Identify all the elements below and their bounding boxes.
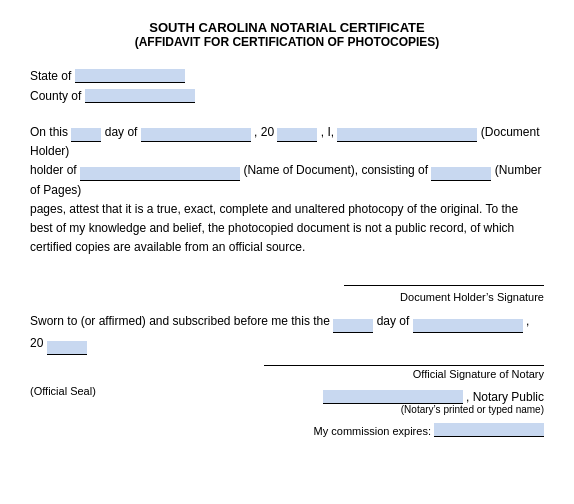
state-label: State of (30, 69, 71, 83)
sworn-month-field[interactable] (413, 319, 523, 333)
state-field[interactable] (75, 69, 185, 83)
notary-public-field[interactable] (323, 390, 463, 404)
doc-holder-sig-line (344, 285, 544, 286)
document-name-field[interactable] (80, 167, 240, 181)
title-section: SOUTH CAROLINA NOTARIAL CERTIFICATE (AFF… (30, 20, 544, 49)
notary-printed-label: (Notary’s printed or typed name) (264, 404, 544, 415)
official-seal: (Official Seal) (30, 385, 96, 397)
official-seal-label: (Official Seal) (30, 385, 96, 397)
paragraph-section: On this day of , 20 , I, (Document Holde… (30, 123, 544, 257)
state-county-section: State of County of (30, 69, 544, 103)
doc-holder-sig-block: Document Holder’s Signature (30, 277, 544, 303)
notary-public-row: , Notary Public (264, 390, 544, 404)
on-this-label: On this (30, 125, 68, 139)
month-field[interactable] (141, 128, 251, 142)
name-of-doc-label: (Name of Document), consisting of (243, 163, 428, 177)
year-field[interactable] (277, 128, 317, 142)
day-of-label: day of (105, 125, 138, 139)
commission-label: My commission expires: (314, 425, 431, 437)
day-field[interactable] (71, 128, 101, 142)
county-row: County of (30, 89, 544, 103)
comma-20-label: , 20 (254, 125, 274, 139)
commission-row: My commission expires: (30, 423, 544, 437)
official-sig-line (264, 365, 544, 366)
num-pages-field[interactable] (431, 167, 491, 181)
holder-of-label: holder of (30, 163, 77, 177)
doc-holder-sig-section: Document Holder’s Signature (30, 277, 544, 303)
state-row: State of (30, 69, 544, 83)
bottom-section: Official Signature of Notary , Notary Pu… (30, 365, 544, 415)
doc-holder-sig-label: Document Holder’s Signature (30, 291, 544, 303)
sub-title: (AFFIDAVIT FOR CERTIFICATION OF PHOTOCOP… (30, 35, 544, 49)
rest-of-paragraph: pages, attest that it is a true, exact, … (30, 202, 518, 254)
sworn-text: Sworn to (or affirmed) and subscribed be… (30, 314, 330, 328)
day-of2-label: day of (377, 314, 410, 328)
county-label: County of (30, 89, 81, 103)
sworn-year-field[interactable] (47, 341, 87, 355)
name-field[interactable] (337, 128, 477, 142)
main-title: SOUTH CAROLINA NOTARIAL CERTIFICATE (30, 20, 544, 35)
sworn-row: Sworn to (or affirmed) and subscribed be… (30, 311, 544, 354)
sworn-day-field[interactable] (333, 319, 373, 333)
official-sig-label: Official Signature of Notary (264, 368, 544, 380)
notary-public-label: , Notary Public (466, 390, 544, 404)
notary-sig-block: Official Signature of Notary , Notary Pu… (264, 365, 544, 415)
county-field[interactable] (85, 89, 195, 103)
i-label: , I, (321, 125, 334, 139)
commission-field[interactable] (434, 423, 544, 437)
